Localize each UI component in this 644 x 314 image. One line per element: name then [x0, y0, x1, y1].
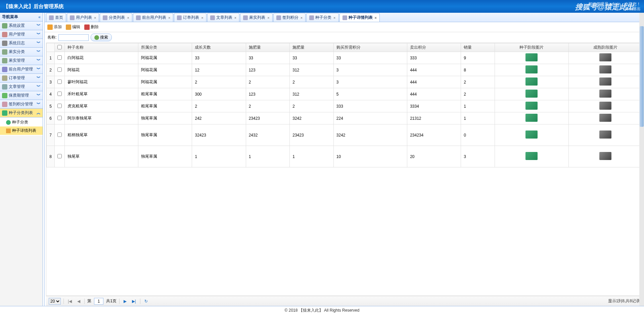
- first-page-button[interactable]: |◀: [66, 299, 73, 304]
- sidebar-item[interactable]: 系统日志︾: [0, 39, 43, 48]
- cell: 2: [246, 76, 290, 88]
- col-header[interactable]: 施肥量: [246, 43, 290, 52]
- close-icon[interactable]: ×: [267, 16, 269, 20]
- search-button[interactable]: 搜索: [91, 34, 112, 41]
- sidebar-item-active[interactable]: 种子分类列表 ︽: [0, 109, 43, 117]
- check-all[interactable]: [57, 45, 62, 49]
- page-size-select[interactable]: 20: [49, 298, 61, 305]
- col-header[interactable]: 成熟阶段图片: [568, 43, 642, 52]
- cell: 阿福花属: [138, 76, 192, 88]
- nav-title: 导航菜单: [2, 14, 18, 20]
- cell: 12: [192, 64, 246, 76]
- chevron-down-icon: ︾: [37, 93, 41, 98]
- cell-img1: [495, 124, 568, 146]
- tab[interactable]: 果实列表×: [240, 13, 272, 22]
- sidebar-sub-seed-detail[interactable]: 种子详情列表: [0, 126, 43, 135]
- tab-icon: [177, 15, 182, 20]
- sidebar-item[interactable]: 保质期管理︾: [0, 91, 43, 100]
- sidebar-item[interactable]: 文章管理︾: [0, 83, 43, 91]
- table-row[interactable]: 6阿尔泰独尾草独尾草属242234233242224213121: [47, 112, 642, 124]
- table-row[interactable]: 7粗柄独尾草独尾草属3242324322342332422342340: [47, 124, 642, 146]
- logout-link[interactable]: 安全退出: [625, 6, 641, 11]
- close-icon[interactable]: ×: [301, 16, 303, 20]
- chevron-down-icon: ︾: [37, 40, 41, 46]
- col-header[interactable]: 成长天数: [192, 43, 246, 52]
- col-header[interactable]: 施肥量: [290, 43, 334, 52]
- col-header[interactable]: 种子名称: [65, 43, 138, 52]
- close-icon[interactable]: ×: [127, 16, 129, 20]
- rownum: 2: [47, 64, 55, 76]
- add-button[interactable]: 添加: [47, 24, 62, 30]
- close-icon[interactable]: ×: [375, 16, 377, 20]
- close-icon[interactable]: ×: [94, 16, 96, 20]
- sidebar-sub-seed-category[interactable]: 种子分类: [0, 118, 43, 126]
- cell: 白阿福花: [65, 52, 138, 64]
- scrollbar-thumb[interactable]: [640, 26, 644, 127]
- close-icon[interactable]: ×: [333, 16, 335, 20]
- cell: 阿尔泰独尾草: [65, 112, 138, 124]
- tab[interactable]: 文章列表×: [207, 13, 239, 22]
- chevron-up-icon: ︽: [37, 110, 41, 116]
- row-check[interactable]: [57, 133, 62, 137]
- tab[interactable]: 种子详情列表×: [339, 13, 380, 22]
- close-icon[interactable]: ×: [168, 16, 170, 20]
- close-icon[interactable]: ×: [234, 16, 236, 20]
- cell: 粗尾草属: [138, 88, 192, 100]
- tab[interactable]: 分类列表×: [100, 13, 132, 22]
- table-row[interactable]: 3蓼叶阿福花阿福花属22234442: [47, 76, 642, 88]
- tab[interactable]: 订单列表×: [174, 13, 206, 22]
- refresh-button[interactable]: ↻: [143, 299, 149, 304]
- sidebar-item[interactable]: 用户管理︾: [0, 30, 43, 39]
- sidebar-item[interactable]: 果实分类︾: [0, 48, 43, 56]
- tab-icon: [49, 15, 54, 20]
- col-header[interactable]: 购买所需积分: [333, 43, 407, 52]
- table-row[interactable]: 5虎克粗尾草粗尾草属22233333341: [47, 100, 642, 112]
- next-page-button[interactable]: ▶: [122, 299, 128, 304]
- cell: 234234: [407, 124, 461, 146]
- table-row[interactable]: 4禾叶粗尾草粗尾草属30012331254442: [47, 88, 642, 100]
- cell: 2: [461, 76, 495, 88]
- tab[interactable]: 签到积分×: [273, 13, 306, 22]
- tab[interactable]: 种子分类×: [306, 13, 338, 22]
- row-check[interactable]: [57, 116, 62, 120]
- cell-img1: [495, 100, 568, 112]
- col-header[interactable]: 销量: [461, 43, 495, 52]
- sidebar-item[interactable]: 订单管理︾: [0, 74, 43, 83]
- sidebar-item[interactable]: 系统设置︾: [0, 21, 43, 30]
- sidebar-item[interactable]: 果实管理︾: [0, 56, 43, 65]
- prev-page-button[interactable]: ◀: [76, 299, 82, 304]
- col-header[interactable]: 种子阶段图片: [495, 43, 568, 52]
- cell: 禾叶粗尾草: [65, 88, 138, 100]
- row-check[interactable]: [57, 80, 62, 84]
- table-row[interactable]: 1白阿福花阿福花属333333333339: [47, 52, 642, 64]
- tab[interactable]: 用户列表×: [67, 13, 99, 22]
- chevron-down-icon: ︾: [37, 101, 41, 107]
- row-check[interactable]: [57, 55, 62, 60]
- col-header[interactable]: 所属分类: [138, 43, 192, 52]
- table-row[interactable]: 2阿福花阿福花属1212331234448: [47, 64, 642, 76]
- close-icon[interactable]: ×: [201, 16, 203, 20]
- row-check[interactable]: [57, 104, 62, 108]
- search-input[interactable]: [58, 34, 89, 41]
- collapse-icon[interactable]: «: [38, 15, 41, 19]
- page-input[interactable]: [94, 298, 103, 305]
- row-check[interactable]: [57, 154, 62, 158]
- sidebar-item[interactable]: 签到积分管理︾: [0, 100, 43, 109]
- tab[interactable]: 首页: [46, 13, 66, 22]
- menu-icon: [2, 32, 7, 37]
- tab[interactable]: 前台用户列表×: [133, 13, 173, 22]
- scrollbar-track[interactable]: [639, 13, 644, 306]
- cell-img2: [568, 52, 642, 64]
- col-header[interactable]: 卖出积分: [407, 43, 461, 52]
- row-check[interactable]: [57, 67, 62, 72]
- cell: 312: [290, 88, 334, 100]
- table-row[interactable]: 8独尾草独尾草属11110203: [47, 146, 642, 167]
- row-check[interactable]: [57, 92, 62, 96]
- sidebar-item[interactable]: 前台用户管理︾: [0, 65, 43, 74]
- cell: 123: [246, 64, 290, 76]
- thumbnail-icon: [525, 90, 538, 98]
- delete-button[interactable]: 删除: [84, 24, 99, 30]
- last-page-button[interactable]: ▶|: [131, 299, 137, 304]
- rownum: 3: [47, 76, 55, 88]
- edit-button[interactable]: 编辑: [66, 24, 80, 30]
